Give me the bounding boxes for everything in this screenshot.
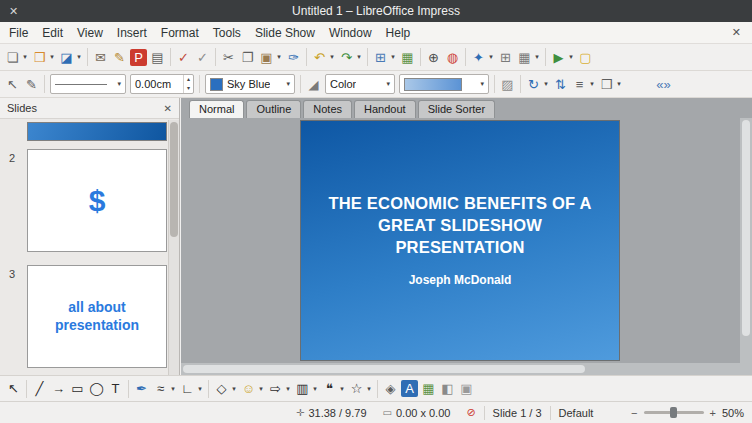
line-icon[interactable]: ╱	[30, 377, 49, 401]
save-icon[interactable]: ◪▾	[57, 45, 84, 69]
new-presentation-icon[interactable]: ❏▾	[3, 45, 30, 69]
double-chevron-icon[interactable]: «»	[654, 72, 673, 96]
clone-formatting-icon[interactable]: ✑	[284, 45, 303, 69]
auto-spellcheck-icon[interactable]: ✓	[193, 45, 212, 69]
select-icon[interactable]: ↖	[3, 72, 22, 96]
scrollbar-thumb[interactable]	[183, 365, 585, 373]
zoom-out-icon[interactable]: −	[629, 407, 639, 419]
dropdown-caret-icon[interactable]: ▾	[365, 385, 373, 393]
slide-thumbnail-1-partial[interactable]	[27, 122, 167, 141]
fontwork-icon[interactable]: A	[400, 377, 419, 401]
undo-icon[interactable]: ↶▾	[310, 45, 337, 69]
insert-image-icon[interactable]: ▦	[398, 45, 417, 69]
line-color-select[interactable]: Sky Blue ▾	[205, 74, 295, 94]
dropdown-caret-icon[interactable]: ▾	[275, 53, 283, 61]
zoom-in-icon[interactable]: +	[708, 407, 718, 419]
spin-down-icon[interactable]: ▾	[184, 84, 193, 93]
ellipse-icon[interactable]: ◯	[87, 377, 106, 401]
dropdown-caret-icon[interactable]: ▾	[389, 53, 397, 61]
insert-comment-icon[interactable]: ▢	[576, 45, 595, 69]
menu-item[interactable]: View	[70, 24, 110, 42]
zoom-icon[interactable]: ⊕	[424, 45, 443, 69]
basic-shapes-icon[interactable]: ◇▾	[212, 377, 239, 401]
zoom-level[interactable]: 50%	[718, 407, 752, 419]
horizontal-scrollbar[interactable]	[181, 363, 740, 375]
page-style-cell[interactable]: Default	[551, 407, 602, 419]
redo-icon[interactable]: ↷▾	[337, 45, 364, 69]
dropdown-caret-icon[interactable]: ▾	[169, 385, 177, 393]
curve-icon[interactable]: ≈▾	[151, 377, 178, 401]
combo-caret-icon[interactable]: ▾	[383, 80, 390, 88]
email-icon[interactable]: ✉	[91, 45, 110, 69]
extrusion-icon[interactable]: ◧	[438, 377, 457, 401]
fill-type-select[interactable]: Color ▾	[325, 74, 395, 94]
line-arrow-icon[interactable]: →	[49, 377, 68, 401]
fill-style-icon[interactable]: ◢	[304, 72, 323, 96]
dropdown-caret-icon[interactable]: ▾	[588, 80, 596, 88]
dropdown-caret-icon[interactable]: ▾	[75, 53, 83, 61]
dropdown-caret-icon[interactable]: ▾	[567, 53, 575, 61]
line-width-input[interactable]: 0.00cm ▴▾	[130, 74, 194, 94]
print-icon[interactable]: ▤	[148, 45, 167, 69]
export-pdf-icon[interactable]: P	[129, 45, 148, 69]
dropdown-caret-icon[interactable]: ▾	[328, 53, 336, 61]
edit-points-icon[interactable]: ✎	[22, 72, 41, 96]
dropdown-caret-icon[interactable]: ▾	[196, 385, 204, 393]
arrange-icon[interactable]: ❒▾	[597, 72, 624, 96]
combo-caret-icon[interactable]: ▾	[283, 80, 290, 88]
helplines-icon[interactable]: ▦▾	[515, 45, 542, 69]
zoom-slider[interactable]	[644, 411, 704, 414]
dropdown-caret-icon[interactable]: ▾	[338, 385, 346, 393]
spin-up-icon[interactable]: ▴	[184, 75, 193, 84]
zoom-slider-thumb[interactable]	[670, 407, 677, 418]
edit-file-icon[interactable]: ✎	[110, 45, 129, 69]
block-arrows-icon[interactable]: ⇨▾	[266, 377, 293, 401]
current-slide[interactable]: THE ECONOMIC BENEFITS OF A GREAT SLIDESH…	[301, 121, 619, 360]
slide-thumbnail-2[interactable]: $	[27, 149, 167, 252]
dropdown-caret-icon[interactable]: ▾	[284, 385, 292, 393]
scrollbar-thumb[interactable]	[742, 120, 750, 336]
slide-subtitle-text[interactable]: Joseph McDonald	[301, 273, 619, 287]
panel-close-icon[interactable]: ✕	[164, 103, 172, 114]
callouts-icon[interactable]: ❝▾	[320, 377, 347, 401]
shadow-icon[interactable]: ▨	[498, 72, 517, 96]
slide-thumbnail-3[interactable]: all about presentation	[27, 265, 167, 368]
fill-color-select[interactable]: ▾	[399, 74, 489, 94]
menu-item[interactable]: File	[2, 24, 35, 42]
tab-handout[interactable]: Handout	[354, 100, 416, 118]
dropdown-caret-icon[interactable]: ▾	[311, 385, 319, 393]
menu-item[interactable]: Edit	[35, 24, 70, 42]
dropdown-caret-icon[interactable]: ▾	[355, 53, 363, 61]
start-slideshow-icon[interactable]: ▶▾	[549, 45, 576, 69]
dropdown-caret-icon[interactable]: ▾	[21, 53, 29, 61]
line-width-value[interactable]: 0.00cm	[135, 78, 171, 90]
slides-panel-scrollbar[interactable]	[168, 120, 179, 375]
dropdown-caret-icon[interactable]: ▾	[533, 53, 541, 61]
vertical-scrollbar[interactable]	[740, 118, 752, 363]
select-arrow-icon[interactable]: ↖	[4, 377, 23, 401]
navigator-icon[interactable]: ✦▾	[469, 45, 496, 69]
rotate-icon[interactable]: ↻▾	[524, 72, 551, 96]
dropdown-caret-icon[interactable]: ▾	[48, 53, 56, 61]
connector-icon[interactable]: ∟▾	[178, 377, 205, 401]
combo-caret-icon[interactable]: ▾	[114, 80, 121, 88]
gallery-icon[interactable]: ◍	[443, 45, 462, 69]
insert-table-icon[interactable]: ⊞▾	[371, 45, 398, 69]
document-close-icon[interactable]: ✕	[723, 26, 750, 39]
rectangle-icon[interactable]: ▭	[68, 377, 87, 401]
dropdown-caret-icon[interactable]: ▾	[230, 385, 238, 393]
text-box-icon[interactable]: T	[106, 377, 125, 401]
spelling-icon[interactable]: ✓	[174, 45, 193, 69]
slide-title-text[interactable]: THE ECONOMIC BENEFITS OF A GREAT SLIDESH…	[314, 193, 606, 258]
flip-icon[interactable]: ⇅	[551, 72, 570, 96]
scrollbar-thumb[interactable]	[170, 122, 178, 237]
freeform-pen-icon[interactable]: ✒	[132, 377, 151, 401]
dropdown-caret-icon[interactable]: ▾	[487, 53, 495, 61]
dropdown-caret-icon[interactable]: ▾	[257, 385, 265, 393]
tab-notes[interactable]: Notes	[303, 100, 352, 118]
tab-slide-sorter[interactable]: Slide Sorter	[418, 100, 495, 118]
menu-item[interactable]: Help	[379, 24, 418, 42]
tab-normal[interactable]: Normal	[189, 100, 244, 118]
display-grid-icon[interactable]: ⊞	[496, 45, 515, 69]
menu-item[interactable]: Insert	[110, 24, 154, 42]
